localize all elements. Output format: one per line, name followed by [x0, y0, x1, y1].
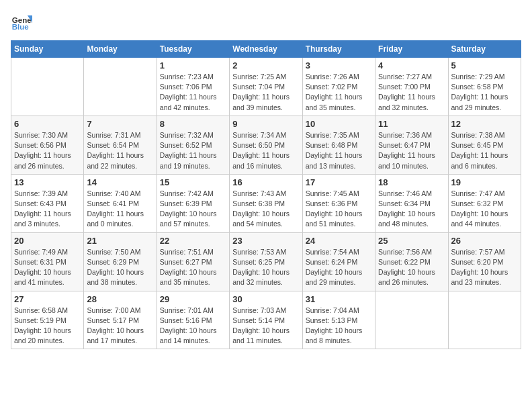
day-info: Sunrise: 7:42 AM Sunset: 6:39 PM Dayligh…	[160, 189, 226, 230]
calendar-cell: 7Sunrise: 7:31 AM Sunset: 6:54 PM Daylig…	[84, 116, 157, 174]
calendar-table: SundayMondayTuesdayWednesdayThursdayFrid…	[11, 40, 521, 349]
day-number: 25	[378, 236, 445, 246]
day-info: Sunrise: 7:26 AM Sunset: 7:02 PM Dayligh…	[306, 72, 372, 113]
calendar-cell: 20Sunrise: 7:49 AM Sunset: 6:31 PM Dayli…	[11, 232, 84, 291]
day-info: Sunrise: 7:40 AM Sunset: 6:41 PM Dayligh…	[87, 189, 153, 230]
day-info: Sunrise: 7:27 AM Sunset: 7:00 PM Dayligh…	[378, 72, 445, 113]
day-info: Sunrise: 7:32 AM Sunset: 6:52 PM Dayligh…	[160, 130, 226, 171]
day-number: 24	[306, 236, 372, 246]
day-number: 29	[160, 294, 226, 304]
day-number: 27	[14, 294, 81, 304]
day-info: Sunrise: 7:04 AM Sunset: 5:13 PM Dayligh…	[306, 306, 372, 347]
day-number: 20	[14, 236, 81, 246]
calendar-week-5: 27Sunrise: 6:58 AM Sunset: 5:19 PM Dayli…	[11, 291, 521, 349]
day-info: Sunrise: 7:38 AM Sunset: 6:45 PM Dayligh…	[451, 130, 518, 171]
day-number: 17	[306, 177, 372, 187]
calendar-cell: 13Sunrise: 7:39 AM Sunset: 6:43 PM Dayli…	[11, 174, 84, 232]
day-number: 19	[451, 177, 518, 187]
day-info: Sunrise: 7:49 AM Sunset: 6:31 PM Dayligh…	[14, 247, 81, 288]
calendar-week-1: 1Sunrise: 7:23 AM Sunset: 7:06 PM Daylig…	[11, 58, 521, 116]
day-number: 3	[306, 60, 372, 71]
day-info: Sunrise: 7:31 AM Sunset: 6:54 PM Dayligh…	[87, 130, 153, 171]
calendar-cell	[375, 291, 448, 349]
calendar-cell: 24Sunrise: 7:54 AM Sunset: 6:24 PM Dayli…	[302, 232, 375, 291]
calendar-cell: 17Sunrise: 7:45 AM Sunset: 6:36 PM Dayli…	[302, 174, 375, 232]
calendar-cell: 27Sunrise: 6:58 AM Sunset: 5:19 PM Dayli…	[11, 291, 84, 349]
logo: General Blue	[11, 11, 32, 32]
calendar-cell	[84, 58, 157, 116]
calendar-cell: 12Sunrise: 7:38 AM Sunset: 6:45 PM Dayli…	[448, 116, 521, 174]
day-info: Sunrise: 7:39 AM Sunset: 6:43 PM Dayligh…	[14, 189, 81, 230]
day-number: 13	[14, 177, 81, 187]
day-info: Sunrise: 7:01 AM Sunset: 5:16 PM Dayligh…	[160, 306, 226, 347]
day-number: 9	[232, 119, 299, 129]
day-number: 11	[378, 119, 445, 129]
calendar-cell: 30Sunrise: 7:03 AM Sunset: 5:14 PM Dayli…	[230, 291, 302, 349]
day-info: Sunrise: 7:29 AM Sunset: 6:58 PM Dayligh…	[451, 72, 518, 113]
calendar-cell: 23Sunrise: 7:53 AM Sunset: 6:25 PM Dayli…	[230, 232, 302, 291]
day-number: 6	[14, 119, 81, 129]
day-number: 21	[87, 236, 153, 246]
day-number: 12	[451, 119, 518, 129]
day-info: Sunrise: 7:43 AM Sunset: 6:38 PM Dayligh…	[232, 189, 299, 230]
calendar-cell	[448, 291, 521, 349]
calendar-cell: 15Sunrise: 7:42 AM Sunset: 6:39 PM Dayli…	[157, 174, 229, 232]
calendar-week-3: 13Sunrise: 7:39 AM Sunset: 6:43 PM Dayli…	[11, 174, 521, 232]
day-number: 31	[306, 294, 372, 304]
calendar-cell: 4Sunrise: 7:27 AM Sunset: 7:00 PM Daylig…	[375, 58, 448, 116]
day-number: 18	[378, 177, 445, 187]
day-info: Sunrise: 7:46 AM Sunset: 6:34 PM Dayligh…	[378, 189, 445, 230]
calendar-cell: 16Sunrise: 7:43 AM Sunset: 6:38 PM Dayli…	[230, 174, 302, 232]
day-number: 16	[232, 177, 299, 187]
day-info: Sunrise: 7:53 AM Sunset: 6:25 PM Dayligh…	[232, 247, 299, 288]
day-number: 22	[160, 236, 226, 246]
day-info: Sunrise: 7:03 AM Sunset: 5:14 PM Dayligh…	[232, 306, 299, 347]
calendar-cell: 14Sunrise: 7:40 AM Sunset: 6:41 PM Dayli…	[84, 174, 157, 232]
calendar-cell: 19Sunrise: 7:47 AM Sunset: 6:32 PM Dayli…	[448, 174, 521, 232]
day-info: Sunrise: 7:30 AM Sunset: 6:56 PM Dayligh…	[14, 130, 81, 171]
calendar-cell: 21Sunrise: 7:50 AM Sunset: 6:29 PM Dayli…	[84, 232, 157, 291]
day-number: 30	[232, 294, 299, 304]
column-header-wednesday: Wednesday	[230, 41, 302, 58]
calendar-cell: 3Sunrise: 7:26 AM Sunset: 7:02 PM Daylig…	[302, 58, 375, 116]
calendar-week-2: 6Sunrise: 7:30 AM Sunset: 6:56 PM Daylig…	[11, 116, 521, 174]
column-header-friday: Friday	[375, 41, 448, 58]
day-number: 23	[232, 236, 299, 246]
calendar-cell: 29Sunrise: 7:01 AM Sunset: 5:16 PM Dayli…	[157, 291, 229, 349]
day-number: 26	[451, 236, 518, 246]
day-number: 4	[378, 60, 445, 71]
day-number: 8	[160, 119, 226, 129]
calendar-cell: 31Sunrise: 7:04 AM Sunset: 5:13 PM Dayli…	[302, 291, 375, 349]
calendar-cell: 18Sunrise: 7:46 AM Sunset: 6:34 PM Dayli…	[375, 174, 448, 232]
calendar-cell: 1Sunrise: 7:23 AM Sunset: 7:06 PM Daylig…	[157, 58, 229, 116]
page-header: General Blue	[11, 11, 521, 32]
day-info: Sunrise: 7:00 AM Sunset: 5:17 PM Dayligh…	[87, 306, 153, 347]
day-number: 1	[160, 60, 226, 71]
day-info: Sunrise: 7:25 AM Sunset: 7:04 PM Dayligh…	[232, 72, 299, 113]
day-number: 15	[160, 177, 226, 187]
calendar-cell: 11Sunrise: 7:36 AM Sunset: 6:47 PM Dayli…	[375, 116, 448, 174]
calendar-cell: 25Sunrise: 7:56 AM Sunset: 6:22 PM Dayli…	[375, 232, 448, 291]
day-number: 7	[87, 119, 153, 129]
calendar-cell: 9Sunrise: 7:34 AM Sunset: 6:50 PM Daylig…	[230, 116, 302, 174]
day-info: Sunrise: 7:54 AM Sunset: 6:24 PM Dayligh…	[306, 247, 372, 288]
logo-icon: General Blue	[11, 11, 32, 32]
calendar-cell	[11, 58, 84, 116]
day-info: Sunrise: 7:35 AM Sunset: 6:48 PM Dayligh…	[306, 130, 372, 171]
calendar-cell: 2Sunrise: 7:25 AM Sunset: 7:04 PM Daylig…	[230, 58, 302, 116]
calendar-cell: 26Sunrise: 7:57 AM Sunset: 6:20 PM Dayli…	[448, 232, 521, 291]
column-header-thursday: Thursday	[302, 41, 375, 58]
calendar-cell: 10Sunrise: 7:35 AM Sunset: 6:48 PM Dayli…	[302, 116, 375, 174]
day-number: 2	[232, 60, 299, 71]
day-info: Sunrise: 6:58 AM Sunset: 5:19 PM Dayligh…	[14, 306, 81, 347]
calendar-cell: 6Sunrise: 7:30 AM Sunset: 6:56 PM Daylig…	[11, 116, 84, 174]
day-info: Sunrise: 7:51 AM Sunset: 6:27 PM Dayligh…	[160, 247, 226, 288]
column-header-saturday: Saturday	[448, 41, 521, 58]
day-info: Sunrise: 7:47 AM Sunset: 6:32 PM Dayligh…	[451, 189, 518, 230]
day-number: 28	[87, 294, 153, 304]
day-info: Sunrise: 7:34 AM Sunset: 6:50 PM Dayligh…	[232, 130, 299, 171]
day-info: Sunrise: 7:36 AM Sunset: 6:47 PM Dayligh…	[378, 130, 445, 171]
calendar-cell: 8Sunrise: 7:32 AM Sunset: 6:52 PM Daylig…	[157, 116, 229, 174]
day-info: Sunrise: 7:45 AM Sunset: 6:36 PM Dayligh…	[306, 189, 372, 230]
day-info: Sunrise: 7:56 AM Sunset: 6:22 PM Dayligh…	[378, 247, 445, 288]
